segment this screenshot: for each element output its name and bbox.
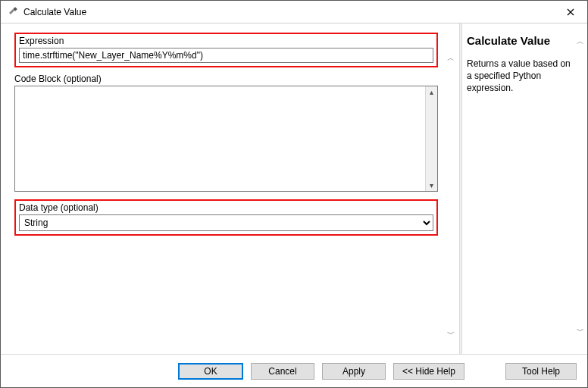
form-scrollbar[interactable]: ︿ ﹀ [446,54,456,339]
form-pane: Expression Code Block (optional) ▴ ▾ Dat… [1,23,459,354]
datatype-group: Data type (optional) String [14,199,438,236]
codeblock-input[interactable] [15,86,425,191]
help-body: Returns a value based on a specified Pyt… [467,58,572,95]
scroll-up-icon: ︿ [446,54,455,63]
datatype-label: Data type (optional) [19,202,433,213]
expression-label: Expression [19,36,433,46]
codeblock-label: Code Block (optional) [14,74,438,84]
datatype-select[interactable]: String [19,214,433,231]
cancel-button[interactable]: Cancel [251,363,314,380]
apply-button[interactable]: Apply [322,363,386,380]
dialog-body: Expression Code Block (optional) ▴ ▾ Dat… [1,23,587,354]
title-bar: Calculate Value [1,1,587,23]
tool-help-button[interactable]: Tool Help [505,363,577,380]
help-pane: Calculate Value Returns a value based on… [462,23,587,354]
scroll-down-icon: ▾ [430,181,433,189]
scroll-down-icon: ﹀ [446,330,455,339]
dialog-window: Calculate Value Expression Code Block (o… [0,0,588,388]
help-scrollbar[interactable]: ︿ ﹀ [575,33,586,340]
help-content: Calculate Value Returns a value based on… [467,33,575,340]
expression-input[interactable] [19,48,433,63]
codeblock-wrap: ▴ ▾ [14,86,438,192]
help-title: Calculate Value [467,34,572,47]
codeblock-group: Code Block (optional) ▴ ▾ [14,74,438,192]
expression-group: Expression [14,33,438,67]
close-button[interactable] [553,1,587,23]
window-title: Calculate Value [23,7,553,17]
codeblock-scrollbar[interactable]: ▴ ▾ [425,86,437,191]
button-row: OK Cancel Apply << Hide Help Tool Help [1,354,587,387]
scroll-down-icon: ﹀ [576,327,585,336]
ok-button[interactable]: OK [178,363,243,380]
hammer-icon [7,6,19,18]
hide-help-button[interactable]: << Hide Help [393,363,464,380]
scroll-up-icon: ▴ [430,88,433,96]
scroll-up-icon: ︿ [576,37,585,46]
